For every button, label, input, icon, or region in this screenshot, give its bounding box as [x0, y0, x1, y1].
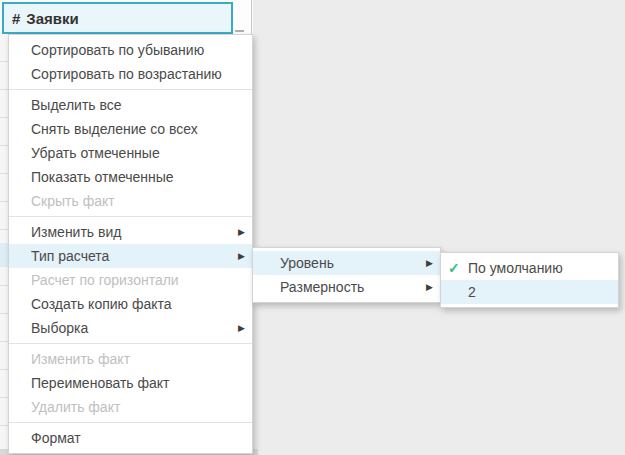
menu-item-selection[interactable]: Выборка▶: [9, 316, 252, 340]
menu-item-hide-fact: Скрыть факт: [9, 189, 252, 213]
menu-item-label: Создать копию факта: [31, 296, 172, 312]
checkmark-icon: ✓: [448, 256, 460, 280]
menu-item-label: Удалить факт: [31, 399, 120, 415]
menu-item-dimension[interactable]: Размерность▶: [253, 275, 440, 299]
menu-item-level[interactable]: Уровень▶: [253, 251, 440, 275]
menu-item-change-view[interactable]: Изменить вид▶: [9, 220, 252, 244]
menu-item-label: Формат: [31, 430, 81, 446]
menu-item-label: Снять выделение со всех: [31, 121, 198, 137]
menu-item-label: Скрыть факт: [31, 193, 115, 209]
menu-item-copy-fact[interactable]: Создать копию факта: [9, 292, 252, 316]
menu-item-label: Выборка: [31, 320, 88, 336]
menu-separator: [9, 422, 252, 423]
context-menu: Сортировать по убываниюСортировать по во…: [8, 34, 253, 454]
menu-item-label: По умолчанию: [468, 260, 563, 276]
menu-separator: [9, 89, 252, 90]
menu-item-edit-fact: Изменить факт: [9, 347, 252, 371]
menu-item-rename-fact[interactable]: Переименовать факт: [9, 371, 252, 395]
table-next-column-edge: [233, 0, 252, 34]
menu-item-show-checked[interactable]: Показать отмеченные: [9, 165, 252, 189]
submenu-calc-type: Уровень▶Размерность▶: [252, 247, 441, 303]
table-row-highlight: [0, 243, 8, 267]
menu-item-label: Изменить вид: [31, 224, 121, 240]
menu-item-delete-fact: Удалить факт: [9, 395, 252, 419]
menu-item-remove-checked[interactable]: Убрать отмеченные: [9, 141, 252, 165]
submenu-arrow-icon: ▶: [238, 244, 245, 268]
menu-item-label: 2: [468, 284, 476, 300]
menu-item-select-all[interactable]: Выделить все: [9, 93, 252, 117]
menu-item-level-2[interactable]: 2: [441, 280, 618, 304]
menu-item-deselect-all[interactable]: Снять выделение со всех: [9, 117, 252, 141]
submenu-arrow-icon: ▶: [426, 275, 433, 299]
submenu-arrow-icon: ▶: [426, 251, 433, 275]
menu-item-format[interactable]: Формат: [9, 426, 252, 450]
menu-item-label: Тип расчета: [31, 248, 109, 264]
menu-item-label: Сортировать по возрастанию: [31, 66, 222, 82]
hash-icon: #: [12, 10, 20, 27]
menu-item-label: Размерность: [280, 279, 364, 295]
menu-item-sort-ascending[interactable]: Сортировать по возрастанию: [9, 62, 252, 86]
menu-item-horizontal-calc: Расчет по горизонтали: [9, 268, 252, 292]
scrollbar-dash: [235, 30, 244, 32]
menu-item-label: Уровень: [280, 255, 334, 271]
menu-item-label: Переименовать факт: [31, 375, 170, 391]
submenu-level: ✓По умолчанию2: [440, 252, 619, 308]
submenu-arrow-icon: ▶: [238, 220, 245, 244]
menu-separator: [9, 216, 252, 217]
menu-item-calc-type[interactable]: Тип расчета▶: [9, 244, 252, 268]
menu-item-default[interactable]: ✓По умолчанию: [441, 256, 618, 280]
menu-item-label: Выделить все: [31, 97, 122, 113]
table-left-edge: [0, 34, 8, 455]
column-header-zayavki[interactable]: # Заявки: [2, 2, 233, 34]
menu-separator: [9, 343, 252, 344]
menu-item-label: Убрать отмеченные: [31, 145, 160, 161]
menu-item-label: Показать отмеченные: [31, 169, 174, 185]
submenu-arrow-icon: ▶: [238, 316, 245, 340]
column-header-label: Заявки: [26, 10, 78, 27]
menu-item-sort-descending[interactable]: Сортировать по убыванию: [9, 38, 252, 62]
menu-item-label: Расчет по горизонтали: [31, 272, 179, 288]
menu-item-label: Изменить факт: [31, 351, 130, 367]
menu-item-label: Сортировать по убыванию: [31, 42, 204, 58]
